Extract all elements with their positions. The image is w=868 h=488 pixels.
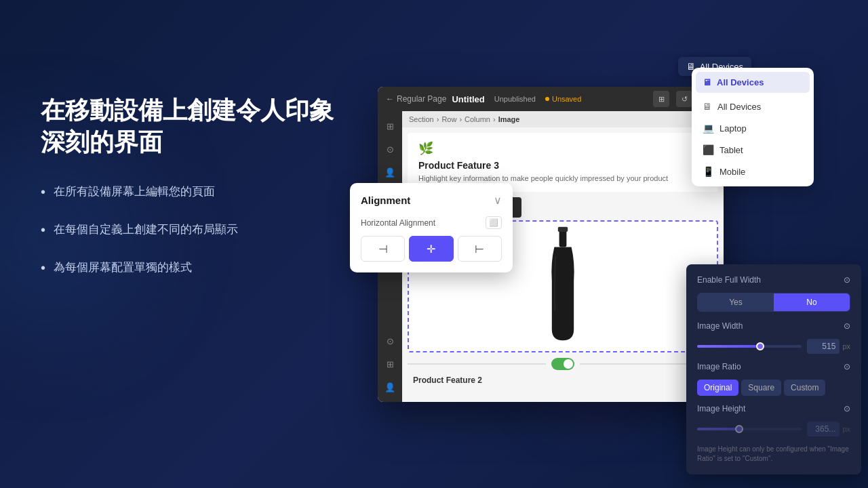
list-item: 為每個屏幕配置單獨的樣式: [41, 259, 353, 278]
visibility-toggle[interactable]: [551, 358, 574, 370]
dropdown-mobile[interactable]: 📱 Mobile: [696, 161, 810, 182]
tablet-icon: ⬛: [703, 144, 714, 155]
svg-rect-1: [558, 227, 568, 232]
enable-full-width-row: Enable Full Width ⊙: [697, 275, 850, 285]
unsaved-label: Unsaved: [552, 95, 581, 103]
breadcrumb-row[interactable]: Row: [441, 115, 456, 123]
image-ratio-group: Original Square Custom: [697, 380, 850, 396]
image-width-slider[interactable]: [697, 345, 802, 348]
product-feature-icon: 🌿: [418, 141, 707, 156]
bottom-toggle-row: [402, 355, 724, 373]
unpublished-badge: Unpublished: [490, 94, 540, 104]
breadcrumb-section[interactable]: Section: [409, 115, 434, 123]
image-width-slider-row: px: [697, 339, 850, 354]
history-icon[interactable]: ↺: [676, 91, 692, 107]
unsaved-indicator: Unsaved: [545, 95, 581, 103]
sidebar-clock2-icon[interactable]: ⊙: [380, 331, 399, 350]
product-title-2: Product Feature 2: [413, 375, 482, 385]
breadcrumb-image[interactable]: Image: [498, 115, 520, 123]
image-height-slider[interactable]: [697, 428, 802, 430]
image-width-input[interactable]: [807, 339, 840, 354]
product-bottle-image: [545, 226, 581, 348]
dropdown-all-devices[interactable]: 🖥 All Devices: [696, 96, 810, 117]
bullet-text: 在所有設備屏幕上編輯您的頁面: [54, 183, 215, 201]
image-height-slider-row: px: [697, 422, 850, 436]
full-width-toggle: Yes No: [697, 293, 850, 312]
ratio-square-button[interactable]: Square: [741, 380, 781, 396]
main-heading: 在移動設備上創建令人印象 深刻的界面: [41, 95, 353, 159]
image-width-row: Image Width ⊙: [697, 321, 850, 331]
dropdown-laptop[interactable]: 💻 Laptop: [696, 117, 810, 139]
breadcrumb-sep: ›: [437, 115, 439, 123]
grid-icon[interactable]: ⊞: [653, 91, 669, 107]
mobile-icon: 📱: [703, 166, 714, 177]
breadcrumb-sep: ›: [459, 115, 462, 123]
ratio-original-button[interactable]: Original: [697, 380, 738, 396]
left-content-area: 在移動設備上創建令人印象 深刻的界面 在所有設備屏幕上編輯您的頁面 在每個自定義…: [41, 95, 353, 278]
dropdown-item-label: Tablet: [719, 145, 743, 155]
product-title: Product Feature 3: [418, 160, 707, 171]
bullet-text: 在每個自定義上創建不同的布局顯示: [54, 221, 238, 239]
reset-full-width-icon[interactable]: ⊙: [844, 275, 850, 285]
editor-title: Untitled: [452, 94, 484, 104]
horizontal-alignment-label: Horizontal Alignment: [361, 218, 435, 228]
alignment-popup: Alignment ∨ Horizontal Alignment ⬜ ⊣ ✛ ⊢: [350, 183, 513, 272]
alignment-title: Alignment: [361, 195, 410, 206]
bullet-text: 為每個屏幕配置單獨的樣式: [54, 259, 192, 277]
no-button[interactable]: No: [774, 293, 850, 311]
breadcrumb-bar: Section › Row › Column › Image: [402, 111, 724, 127]
image-width-label: Image Width: [697, 321, 743, 331]
laptop-icon: 💻: [703, 123, 714, 134]
editor-titlebar: ← Regular Page Untitled Unpublished Unsa…: [378, 87, 724, 111]
image-height-row: Image Height ⊙: [697, 404, 850, 413]
align-right-icon: ⊢: [475, 243, 484, 256]
image-width-unit: px: [842, 342, 850, 350]
sidebar-clock-icon[interactable]: ⊙: [380, 140, 399, 159]
breadcrumb-back[interactable]: ← Regular Page: [386, 94, 446, 104]
dropdown-all-devices-active[interactable]: 🖥 All Devices: [696, 72, 810, 93]
back-arrow-icon: ←: [386, 94, 394, 104]
reset-image-height-icon[interactable]: ⊙: [844, 404, 850, 413]
reset-image-ratio-icon[interactable]: ⊙: [844, 362, 850, 371]
dropdown-item-label: All Devices: [717, 102, 761, 112]
align-center-button[interactable]: ✛: [409, 236, 453, 262]
list-item: 在每個自定義上創建不同的布局顯示: [41, 221, 353, 240]
dropdown-item-label: Mobile: [719, 167, 745, 177]
unsaved-dot: [545, 97, 549, 101]
image-ratio-row: Image Ratio ⊙: [697, 362, 850, 371]
product-feature-2-title: Product Feature 2: [402, 373, 724, 388]
align-left-icon: ⊣: [378, 243, 388, 256]
enable-full-width-label: Enable Full Width: [697, 275, 761, 285]
alignment-label-row: Horizontal Alignment ⬜: [361, 216, 502, 229]
sidebar-user-icon[interactable]: 👤: [380, 163, 399, 182]
image-ratio-label: Image Ratio: [697, 362, 741, 371]
image-height-label: Image Height: [697, 404, 745, 413]
back-label: Regular Page: [397, 94, 446, 104]
alignment-buttons-group: ⊣ ✛ ⊢: [361, 236, 502, 262]
monitor-icon: 🖥: [703, 77, 711, 87]
heading-line1: 在移動設備上創建令人印象: [41, 96, 334, 124]
all-devices-icon: 🖥: [703, 101, 712, 112]
sidebar-avatar-icon[interactable]: 👤: [380, 378, 399, 396]
breadcrumb-sep: ›: [493, 115, 496, 123]
dropdown-tablet[interactable]: ⬛ Tablet: [696, 139, 810, 161]
yes-button[interactable]: Yes: [698, 293, 774, 311]
right-settings-panel: Enable Full Width ⊙ Yes No Image Width ⊙…: [686, 264, 861, 474]
align-center-icon: ✛: [427, 243, 435, 256]
alignment-link-icon: ⬜: [486, 216, 502, 229]
dropdown-item-label: All Devices: [717, 77, 764, 87]
sidebar-pages-icon[interactable]: ⊞: [380, 117, 399, 136]
alignment-close-button[interactable]: ∨: [494, 194, 502, 207]
reset-image-width-icon[interactable]: ⊙: [844, 321, 850, 331]
image-height-input[interactable]: [807, 422, 840, 436]
alignment-header: Alignment ∨: [361, 194, 502, 207]
list-item: 在所有設備屏幕上編輯您的頁面: [41, 183, 353, 202]
bullet-list: 在所有設備屏幕上編輯您的頁面 在每個自定義上創建不同的布局顯示 為每個屏幕配置單…: [41, 183, 353, 278]
breadcrumb-column[interactable]: Column: [465, 115, 490, 123]
ratio-custom-button[interactable]: Custom: [784, 380, 825, 396]
align-left-button[interactable]: ⊣: [361, 236, 405, 262]
device-dropdown-menu: 🖥 All Devices 🖥 All Devices 💻 Laptop ⬛ T…: [692, 68, 814, 186]
align-right-button[interactable]: ⊢: [458, 236, 502, 262]
image-width-value-group: px: [807, 339, 850, 354]
sidebar-grid-icon[interactable]: ⊞: [380, 354, 399, 373]
